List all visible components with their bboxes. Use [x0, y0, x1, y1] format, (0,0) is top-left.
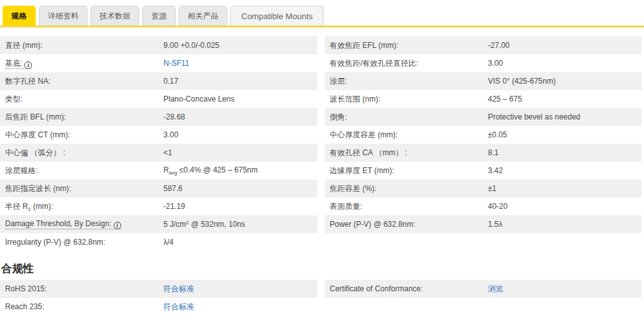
compliance-left-column: RoHS 2015:符合标准Reach 235:符合标准 — [0, 280, 317, 316]
spec-label-text: Reach 235: — [5, 302, 44, 311]
compliance-right-column: Certificate of Conformance:浏览 — [325, 280, 642, 298]
table-row: 基底:iN-SF11 — [0, 54, 317, 72]
value-link[interactable]: N-SF11 — [163, 59, 189, 68]
spec-label-text: 边缘厚度 ET (mm): — [330, 166, 394, 175]
spec-label-text: 后焦距 BFL (mm): — [5, 112, 66, 121]
spec-label-text: Power (P-V) @ 632.8nm: — [330, 220, 416, 229]
table-row: 数字孔径 NA:0.17 — [0, 72, 317, 90]
table-row: 波长范围 (nm):425 – 675 — [325, 90, 642, 108]
spec-label: 数字孔径 NA: — [5, 76, 163, 87]
spec-label: 半径 R1 (mm): — [5, 201, 163, 212]
spec-value: 符合标准 — [163, 302, 317, 312]
spec-label: 倒角: — [330, 112, 488, 123]
spec-label-text: 中心偏 （弧分） : — [5, 148, 65, 157]
spec-label-text: Certificate of Conformance: — [330, 284, 423, 293]
spec-label: Damage Threshold, By Design:i — [5, 219, 163, 229]
spec-label-text: 直径 (mm): — [5, 41, 43, 50]
spec-label: Power (P-V) @ 632.8nm: — [330, 220, 488, 229]
spec-label-text: 涂层规格: — [5, 166, 38, 175]
table-row: Irregularity (P-V) @ 632.8nm:λ/4 — [0, 233, 317, 251]
spec-label-text: RoHS 2015: — [5, 284, 47, 293]
table-row: 焦距容差 (%):±1 — [325, 180, 642, 197]
table-row: 有效孔径 CA （mm） :8.1 — [325, 144, 642, 162]
table-row: 中心厚度 CT (mm):3.00 — [0, 126, 317, 144]
spec-label: 中心厚度容差 (mm): — [330, 130, 488, 141]
spec-label-text: 涂层: — [330, 77, 347, 86]
spec-value: 3.00 — [163, 130, 317, 139]
spec-label: 中心偏 （弧分） : — [5, 148, 163, 158]
spec-value: Protective bevel as needed — [488, 112, 642, 121]
tab-1[interactable]: 详细资料 — [39, 6, 87, 26]
info-icon[interactable]: i — [114, 222, 121, 229]
spec-table-left-column: 直径 (mm):9.00 +0.0/-0.025基底:iN-SF11数字孔径 N… — [0, 36, 317, 251]
spec-label: 类型: — [5, 94, 163, 105]
value-link[interactable]: 浏览 — [488, 284, 504, 293]
spec-value: Ravg ≤0.4% @ 425 – 675nm — [163, 165, 317, 176]
spec-label: Certificate of Conformance: — [330, 284, 488, 293]
tab-2[interactable]: 技术数据 — [91, 6, 139, 26]
info-icon[interactable]: i — [24, 61, 32, 69]
spec-label-text: 焦距容差 (%): — [330, 184, 377, 193]
spec-label: 有效孔径 CA （mm） : — [330, 148, 488, 158]
spec-label-text: 焦距指定波长 (nm): — [5, 184, 71, 193]
spec-label: 有效焦距 EFL (mm): — [330, 40, 488, 51]
spec-label-text: 有效焦距/有效孔径直径比: — [330, 59, 419, 68]
tab-3[interactable]: 资源 — [142, 6, 176, 26]
spec-label: Reach 235: — [5, 302, 163, 311]
table-row: 中心偏 （弧分） :<1 — [0, 144, 317, 162]
tab-active-0[interactable]: 规格 — [3, 6, 36, 26]
spec-label-text: 数字孔径 NA: — [5, 77, 50, 86]
spec-label: 直径 (mm): — [5, 40, 163, 51]
table-row: 涂层规格:Ravg ≤0.4% @ 425 – 675nm — [0, 162, 317, 180]
table-row: 有效焦距 EFL (mm):-27.00 — [325, 36, 642, 54]
table-row: 直径 (mm):9.00 +0.0/-0.025 — [0, 36, 317, 54]
value-link[interactable]: 符合标准 — [163, 284, 194, 293]
table-row: 类型:Plano-Concave Lens — [0, 90, 317, 108]
spec-label-text: 有效孔径 CA （mm） : — [330, 148, 407, 157]
spec-value: 5 J/cm2 @ 532nm, 10ns — [163, 220, 317, 229]
spec-value: N-SF11 — [163, 59, 317, 68]
spec-value: Plano-Concave Lens — [163, 95, 317, 103]
tab-bar: 规格详细资料技术数据资源相关产品Compatible Mounts — [0, 0, 644, 27]
compliance-heading: 合规性 — [1, 261, 644, 276]
spec-value: -27.00 — [488, 41, 642, 50]
spec-label-text: 半径 R1 (mm): — [5, 202, 53, 211]
spec-value: 425 – 675 — [488, 95, 642, 103]
spec-label-text: 中心厚度容差 (mm): — [330, 130, 398, 139]
spec-label: 波长范围 (nm): — [330, 94, 488, 105]
table-row: Power (P-V) @ 632.8nm:1.5λ — [325, 215, 642, 233]
sub-text: avg — [169, 170, 177, 176]
tab-4[interactable]: 相关产品 — [179, 6, 227, 26]
spec-label: 后焦距 BFL (mm): — [5, 112, 163, 123]
table-row: 涂层:VIS 0° (425-675nm) — [325, 72, 642, 90]
spec-label: 基底:i — [5, 58, 163, 69]
table-row: RoHS 2015:符合标准 — [0, 280, 317, 298]
table-row: 表面质量:40-20 — [325, 197, 642, 215]
spec-label-text: 倒角: — [330, 112, 347, 121]
table-row: Reach 235:符合标准 — [0, 298, 317, 316]
spec-value: 浏览 — [488, 284, 642, 295]
spec-label: 涂层规格: — [5, 165, 163, 176]
spec-value: 1.5λ — [488, 220, 642, 229]
spec-value: <1 — [163, 148, 317, 157]
tooltip-label[interactable]: Damage Threshold, By Design:i — [5, 219, 121, 229]
spec-value: 3.42 — [488, 166, 642, 175]
spec-value: -28.68 — [163, 112, 317, 121]
table-row: Certificate of Conformance:浏览 — [325, 280, 642, 298]
spec-value: 587.6 — [163, 184, 317, 193]
spec-label: 焦距指定波长 (nm): — [5, 183, 163, 194]
spec-label-text: 表面质量: — [330, 202, 363, 211]
table-row: 中心厚度容差 (mm):±0.05 — [325, 126, 642, 144]
spec-value: 0.17 — [163, 77, 317, 86]
spec-value: VIS 0° (425-675nm) — [488, 77, 642, 86]
spec-label-text: 类型: — [5, 95, 22, 103]
spec-value: ±1 — [488, 184, 642, 193]
tab-5[interactable]: Compatible Mounts — [230, 6, 324, 26]
spec-label: 涂层: — [330, 76, 488, 87]
tooltip-label[interactable]: 基底:i — [5, 59, 32, 69]
table-row: 边缘厚度 ET (mm):3.42 — [325, 162, 642, 180]
spec-label-text: 有效焦距 EFL (mm): — [330, 41, 399, 50]
spec-label: RoHS 2015: — [5, 284, 163, 293]
value-link[interactable]: 符合标准 — [163, 302, 194, 311]
spec-label: Irregularity (P-V) @ 632.8nm: — [5, 238, 163, 247]
